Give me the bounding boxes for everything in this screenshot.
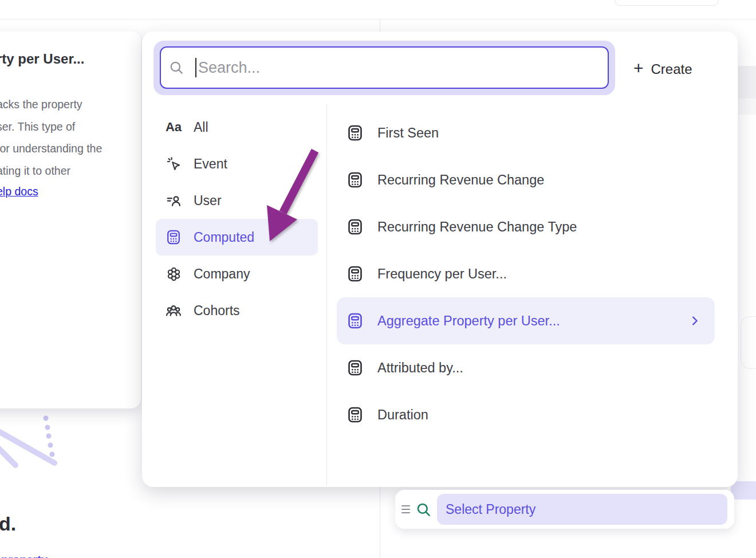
text-aa-icon: Aa [164,120,183,135]
property-search-icon [416,502,431,517]
top-edge-control-partial [615,0,719,6]
property-item-recurring-revenue-change-type[interactable]: Recurring Revenue Change Type [337,203,715,250]
truncated-heading: d. [0,513,16,535]
description-line: ating it to other [0,160,102,182]
top-divider [0,19,756,19]
plus-icon: + [633,60,644,77]
description-line: for understanding the [0,137,102,160]
company-cluster-icon [164,266,183,282]
text-caret [195,58,196,77]
sidebar-item-event[interactable]: Event [156,146,318,182]
property-item-aggregate-property-per-user[interactable]: Aggregate Property per User... [337,297,715,344]
background-pill-partial [731,481,756,500]
create-button[interactable]: + Create [633,57,692,82]
calculator-icon [346,124,364,142]
description-line: acks the property [0,93,102,116]
description-line: ser. This type of [0,116,102,138]
sidebar-item-user[interactable]: User [156,182,318,219]
calculator-icon [346,359,364,376]
right-edge-panel-band-light [738,99,756,115]
calculator-icon [346,171,364,188]
property-picker-panel: + Create Aa All Event [142,32,738,487]
drag-handle-icon[interactable] [401,505,410,513]
search-field[interactable] [160,46,609,89]
right-edge-card-outline [741,316,756,369]
property-item-recurring-revenue-change[interactable]: Recurring Revenue Change [337,156,715,203]
property-item-first-seen[interactable]: First Seen [337,109,715,156]
event-click-icon [164,156,183,172]
right-edge-panel-band [738,66,756,99]
select-property-button[interactable]: Select Property [437,494,727,525]
sidebar-item-company[interactable]: Company [156,256,318,292]
sidebar-item-cohorts[interactable]: Cohorts [156,292,318,329]
search-icon [169,60,184,75]
user-list-icon [164,193,183,209]
cohorts-people-icon [164,302,183,319]
calculator-icon [346,265,364,282]
property-item-attributed-by[interactable]: Attributed by... [337,344,715,391]
property-item-duration[interactable]: Duration [337,391,715,438]
search-focus-glow [153,41,615,95]
help-docs-link[interactable]: elp docs [0,185,38,198]
category-sidebar: Aa All Event [156,109,318,329]
property-description-card: rty per User... acks the property ser. T… [0,32,141,408]
chevron-right-icon [688,315,701,327]
sidebar-item-computed[interactable]: Computed [156,219,318,256]
picker-column-divider [326,104,327,486]
property-list: First Seen Recurring Revenue Change [337,109,715,438]
sidebar-item-all[interactable]: Aa All [156,109,318,146]
search-input[interactable] [198,59,600,77]
calculator-icon [346,312,364,329]
calculator-icon [346,406,364,423]
description-card-body: acks the property ser. This type of for … [0,93,102,182]
calculator-icon [164,229,183,245]
property-item-frequency-per-user[interactable]: Frequency per User... [337,250,715,297]
description-card-title: rty per User... [0,51,84,67]
calculator-icon [346,218,364,235]
screen: rty per User... acks the property ser. T… [0,0,756,558]
truncated-link[interactable]: property [1,553,58,558]
select-property-row: Select Property [395,490,734,529]
